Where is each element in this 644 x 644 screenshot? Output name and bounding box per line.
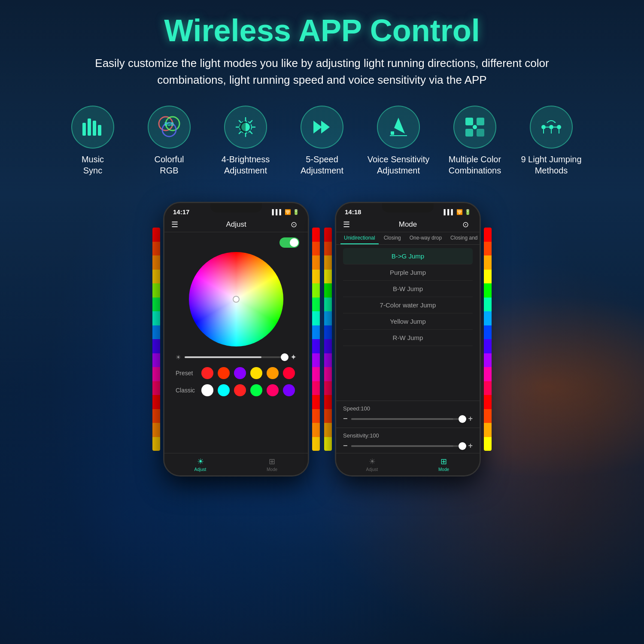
brightness-icon-circle	[224, 106, 267, 149]
battery-icon2: 🔋	[465, 209, 471, 215]
feature-colorful-rgb: RGB ColorfulRGB	[135, 106, 204, 176]
svg-point-29	[549, 125, 553, 129]
classic-color-cyan[interactable]	[218, 384, 230, 396]
sensitivity-plus-button[interactable]: +	[468, 441, 473, 450]
tab-closing[interactable]: Closing	[380, 232, 404, 244]
svg-point-27	[473, 125, 477, 129]
phone1-color-wheel-container: ☀ ✦ Preset	[164, 232, 308, 453]
svg-line-17	[239, 132, 241, 134]
svg-rect-2	[93, 121, 96, 136]
svg-rect-23	[465, 118, 473, 125]
voice-icon-circle	[377, 106, 420, 149]
brightness-icon	[233, 114, 258, 140]
mode-item-yellow-jump[interactable]: Yellow Jump	[343, 313, 473, 330]
mode-item-bg-jump[interactable]: B->G Jump	[343, 248, 473, 264]
mode-item-bw-jump[interactable]: B-W Jump	[343, 281, 473, 297]
phone1-brightness-row: ☀ ✦	[169, 350, 304, 365]
mode-item-rw-jump[interactable]: R-W Jump	[343, 330, 473, 346]
preset-color-red[interactable]	[201, 367, 213, 379]
speed-icon	[309, 114, 335, 140]
phone1-notch	[210, 203, 262, 213]
page-subtitle: Easily customize the light modes you lik…	[64, 55, 580, 88]
phone1-header-title: Adjust	[182, 220, 291, 229]
mode-item-7color-jump[interactable]: 7-Color water Jump	[343, 297, 473, 313]
preset-color-pink[interactable]	[283, 367, 295, 379]
speed-icon-circle	[301, 106, 343, 149]
phone1-screen: 14:17 ▌▌▌ 🛜 🔋 ☰ Adjust ⊙	[164, 203, 308, 475]
classic-color-green[interactable]	[250, 384, 262, 396]
phone2-settings-icon[interactable]: ⊙	[462, 220, 473, 229]
speed-minus-button[interactable]: −	[343, 414, 348, 423]
preset-color-orange[interactable]	[218, 367, 230, 379]
phone2-screen: 14:18 ▌▌▌ 🛜 🔋 ☰ Mode ⊙ Unidirectiona	[336, 203, 480, 475]
phone1-settings-icon[interactable]: ⊙	[291, 220, 301, 229]
preset-color-purple[interactable]	[234, 367, 246, 379]
speed-slider[interactable]	[351, 418, 465, 420]
brightness-min-icon: ☀	[176, 354, 181, 361]
mode-nav-label: Mode	[267, 467, 277, 472]
feature-speed: 5-SpeedAdjustment	[288, 106, 356, 176]
phone2-sensitivity-section: Sensitivity:100 − +	[336, 428, 480, 453]
phone1-nav-adjust[interactable]: ☀ Adjust	[164, 457, 236, 472]
voice-sensitivity-icon	[386, 114, 411, 140]
sensitivity-slider[interactable]	[351, 445, 465, 447]
feature-brightness: 4-BrightnessAdjustment	[211, 106, 280, 176]
speed-plus-button[interactable]: +	[468, 414, 473, 423]
feature-music-sync: MusicSync	[58, 106, 127, 176]
jump-icon-circle	[530, 106, 573, 149]
music-sync-icon-circle	[71, 106, 114, 149]
classic-color-violet[interactable]	[283, 384, 295, 396]
jump-label: 9 Light JumpingMethods	[521, 154, 581, 176]
phone2-menu-icon[interactable]: ☰	[343, 220, 353, 229]
phone1-color-wheel[interactable]	[189, 252, 283, 346]
phone1-toggle-row	[169, 237, 304, 249]
preset-color-amber[interactable]	[267, 367, 279, 379]
tab-closing-and[interactable]: Closing and	[447, 232, 480, 244]
svg-point-30	[557, 125, 561, 129]
feature-voice: Voice SensitivityAdjustment	[364, 106, 433, 176]
phone1-toggle[interactable]	[279, 237, 299, 248]
tab-unidirectional[interactable]: Unidirectional	[340, 232, 379, 244]
phone1-bottom-nav: ☀ Adjust ⊞ Mode	[164, 453, 308, 475]
adjust2-nav-label: Adjust	[366, 467, 378, 472]
svg-text:RGB: RGB	[164, 122, 174, 127]
preset-label: Preset	[176, 370, 197, 377]
phone1-toggle-knob	[290, 238, 298, 247]
preset-color-yellow[interactable]	[250, 367, 262, 379]
phones-section: 14:17 ▌▌▌ 🛜 🔋 ☰ Adjust ⊙	[17, 202, 627, 477]
rgb-circles-icon: RGB	[156, 114, 182, 140]
phone1-brightness-slider[interactable]	[185, 356, 287, 358]
phone2-nav-mode[interactable]: ⊞ Mode	[408, 457, 480, 472]
phone2-header-title: Mode	[353, 220, 462, 229]
phone2-mode-list: B->G Jump Purple Jump B-W Jump 7-Color w…	[336, 245, 480, 401]
phone1-menu-icon[interactable]: ☰	[171, 220, 182, 229]
phone2-nav-adjust[interactable]: ☀ Adjust	[336, 457, 408, 472]
svg-rect-26	[477, 129, 484, 137]
svg-marker-20	[394, 118, 405, 134]
svg-line-15	[250, 132, 252, 134]
mode-item-purple-jump[interactable]: Purple Jump	[343, 264, 473, 281]
phone2-rgb-bar-left	[324, 228, 332, 451]
svg-rect-3	[98, 125, 101, 136]
color-combinations-icon	[462, 114, 488, 140]
colorful-rgb-label: ColorfulRGB	[155, 154, 184, 176]
classic-color-white[interactable]	[201, 384, 213, 396]
svg-rect-1	[88, 118, 91, 136]
svg-line-16	[250, 121, 252, 122]
phone2-bottom-nav: ☀ Adjust ⊞ Mode	[336, 453, 480, 475]
feature-color-combo: Multiple ColorCombinations	[440, 106, 509, 176]
phone1-nav-mode[interactable]: ⊞ Mode	[236, 457, 308, 472]
sensitivity-minus-button[interactable]: −	[343, 441, 348, 450]
phone2-time: 14:18	[345, 208, 361, 216]
phone2-rgb-bar-right	[484, 228, 492, 451]
wifi-icon2: 🛜	[456, 209, 463, 215]
adjust-nav-label: Adjust	[194, 467, 207, 472]
phone2-header: ☰ Mode ⊙	[336, 217, 480, 232]
phone2-speed-section: Speed:100 − +	[336, 401, 480, 428]
phone2: 14:18 ▌▌▌ 🛜 🔋 ☰ Mode ⊙ Unidirectiona	[335, 202, 481, 477]
classic-color-red[interactable]	[234, 384, 246, 396]
classic-color-magenta[interactable]	[267, 384, 279, 396]
phone2-notch	[382, 203, 434, 213]
tab-one-way-drop[interactable]: One-way drop	[406, 232, 445, 244]
phone1-classic-row: Classic	[169, 382, 304, 399]
